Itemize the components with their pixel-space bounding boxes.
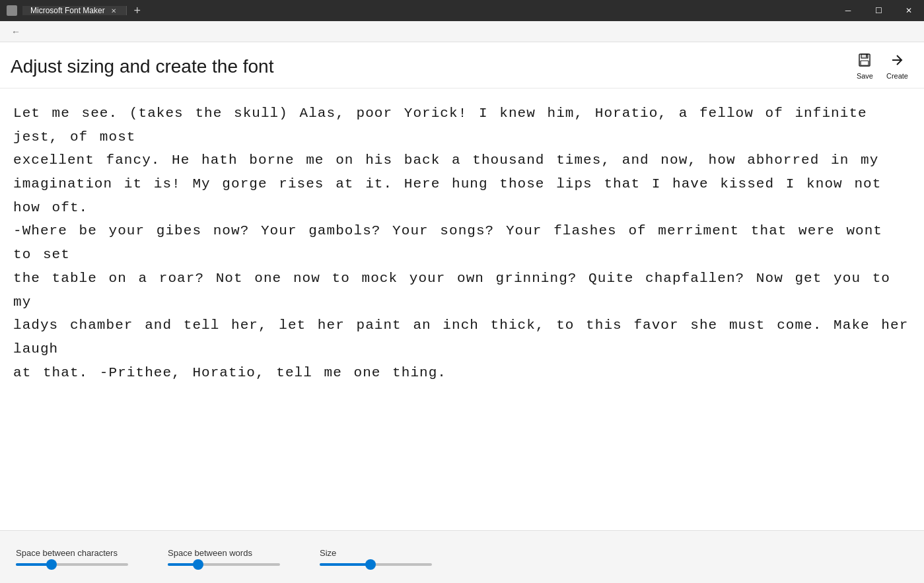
save-label: Save [857,72,873,80]
size-fill [320,563,371,566]
svg-rect-7 [861,61,869,65]
create-icon [890,53,904,71]
preview-text: Let me see. (takes the skull) Alas, poor… [13,102,911,384]
page-title: Adjust sizing and create the font [11,56,273,77]
char-spacing-thumb[interactable] [46,559,57,570]
size-track[interactable] [320,563,432,566]
tab-close-icon[interactable]: ✕ [109,6,118,15]
titlebar: Microsoft Font Maker ✕ + ─ ☐ ✕ [0,0,924,21]
char-spacing-label: Space between characters [16,548,128,558]
minimize-button[interactable]: ─ [833,0,863,21]
header-actions: Save Create [857,53,908,80]
svg-rect-3 [13,11,16,15]
word-spacing-track[interactable] [168,563,280,566]
save-button[interactable]: Save [857,53,873,80]
char-spacing-track[interactable] [16,563,128,566]
size-thumb[interactable] [365,559,376,570]
header: Adjust sizing and create the font Save [0,42,924,88]
titlebar-left: Microsoft Font Maker ✕ + [7,0,148,21]
char-spacing-control: Space between characters [16,548,128,566]
maximize-button[interactable]: ☐ [863,0,894,21]
tab-font-maker[interactable]: Microsoft Font Maker ✕ [22,6,127,15]
close-button[interactable]: ✕ [894,0,924,21]
save-icon [857,53,872,71]
titlebar-controls: ─ ☐ ✕ [833,0,924,21]
svg-rect-1 [13,7,16,10]
nav-bar: ← [0,21,924,42]
svg-rect-0 [8,7,11,10]
size-control: Size [320,548,432,566]
create-label: Create [886,72,908,80]
main-content: Let me see. (takes the skull) Alas, poor… [0,88,924,530]
tab-bar: Microsoft Font Maker ✕ + [22,0,148,21]
word-spacing-thumb[interactable] [193,559,203,570]
bottom-controls: Space between characters Space between w… [0,530,924,583]
new-tab-button[interactable]: + [127,0,148,21]
word-spacing-control: Space between words [168,548,280,566]
size-label: Size [320,548,432,558]
create-button[interactable]: Create [886,53,908,80]
svg-rect-2 [8,11,11,15]
tab-label: Microsoft Font Maker [30,6,105,15]
word-spacing-label: Space between words [168,548,280,558]
back-button[interactable]: ← [5,21,26,42]
app-icon [7,5,17,16]
